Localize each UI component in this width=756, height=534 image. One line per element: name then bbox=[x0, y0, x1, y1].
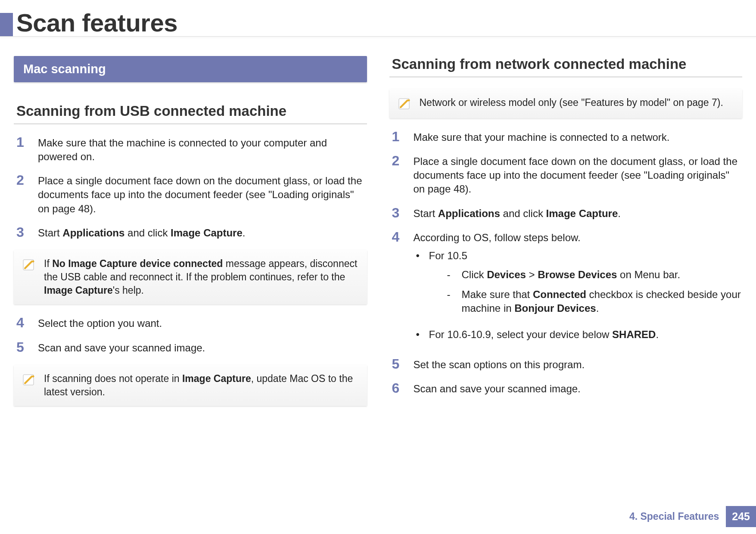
step-number: 4 bbox=[16, 316, 38, 329]
intro: According to OS, follow steps below. bbox=[414, 232, 581, 243]
step-text: Select the option you want. bbox=[38, 317, 162, 330]
section-band-mac-scanning: Mac scanning bbox=[14, 56, 367, 82]
t: Make sure that bbox=[462, 289, 533, 300]
dash-icon: - bbox=[445, 268, 462, 282]
step-5: 5 Scan and save your scanned image. bbox=[16, 341, 367, 355]
note-box-update-macos: If scanning does not operate in Image Ca… bbox=[14, 365, 367, 407]
bullet-icon: • bbox=[414, 249, 429, 263]
note-text: If No Image Capture device connected mes… bbox=[44, 257, 358, 297]
sub-item-10-5: • For 10.5 - Click Devices > Browse Devi… bbox=[414, 249, 743, 322]
network-steps: 1 Make sure that your machine is connect… bbox=[389, 130, 743, 396]
t: Start bbox=[38, 227, 62, 239]
step-number: 5 bbox=[392, 357, 414, 371]
note-text: Network or wireless model only (see "Fea… bbox=[420, 96, 723, 109]
bold: Applications bbox=[62, 227, 124, 239]
title-accent-block bbox=[0, 13, 13, 36]
t: on Menu bar. bbox=[617, 269, 680, 280]
step-number: 1 bbox=[392, 130, 414, 143]
t: Start bbox=[414, 208, 438, 219]
t: and click bbox=[500, 208, 546, 219]
bold: SHARED bbox=[612, 329, 656, 340]
t: Click bbox=[462, 269, 487, 280]
step-text: Set the scan options on this program. bbox=[414, 358, 585, 372]
step-text: Scan and save your scanned image. bbox=[414, 382, 581, 396]
bold: No Image Capture device connected bbox=[52, 258, 223, 269]
bullet-icon: • bbox=[414, 328, 429, 342]
bold: Bonjour Devices bbox=[514, 302, 596, 314]
step-text: Make sure that the machine is connected … bbox=[38, 136, 367, 164]
step-2: 2 Place a single document face down on t… bbox=[16, 174, 367, 215]
footer: 4. Special Features 245 bbox=[629, 506, 756, 527]
t: . bbox=[596, 302, 599, 314]
footer-page-number: 245 bbox=[726, 506, 756, 527]
step-number: 4 bbox=[392, 230, 414, 244]
note-box-usb-reconnect: If No Image Capture device connected mes… bbox=[14, 250, 367, 304]
t: For 10.6-10.9, select your device below bbox=[429, 329, 613, 340]
step-2: 2 Place a single document face down on t… bbox=[392, 155, 743, 196]
step-text: Start Applications and click Image Captu… bbox=[38, 226, 245, 240]
left-column: Mac scanning Scanning from USB connected… bbox=[14, 56, 367, 418]
step-text: Make sure that your machine is connected… bbox=[414, 130, 670, 144]
t: and click bbox=[124, 227, 171, 239]
step-text: Start Applications and click Image Captu… bbox=[414, 207, 621, 220]
step-number: 2 bbox=[392, 154, 414, 168]
step-1: 1 Make sure that the machine is connecte… bbox=[16, 136, 367, 164]
bold: Connected bbox=[533, 289, 586, 300]
note-icon bbox=[22, 373, 36, 387]
t: 's help. bbox=[113, 285, 144, 296]
dash-icon: - bbox=[445, 288, 462, 301]
step-number: 5 bbox=[16, 340, 38, 354]
title-underline bbox=[0, 36, 756, 37]
note-box-network-model-only: Network or wireless model only (see "Fea… bbox=[389, 89, 743, 118]
bold: Devices bbox=[487, 269, 526, 280]
page-title: Scan features bbox=[16, 10, 177, 35]
step-number: 2 bbox=[16, 173, 38, 187]
sub-sub-item-1: - Click Devices > Browse Devices on Menu… bbox=[429, 268, 743, 282]
step-6: 6 Scan and save your scanned image. bbox=[392, 382, 743, 396]
sub-item-10-6-10-9: • For 10.6-10.9, select your device belo… bbox=[414, 328, 743, 342]
step-text: Place a single document face down on the… bbox=[38, 174, 367, 215]
subheading-usb: Scanning from USB connected machine bbox=[14, 103, 367, 119]
sub-sub-list: - Click Devices > Browse Devices on Menu… bbox=[429, 268, 743, 315]
note-text: If scanning does not operate in Image Ca… bbox=[44, 372, 358, 399]
note-icon bbox=[22, 258, 36, 272]
t: > bbox=[526, 269, 538, 280]
sub-sub-item-2: - Make sure that Connected checkbox is c… bbox=[429, 288, 743, 315]
rule bbox=[14, 124, 367, 124]
t: . bbox=[243, 227, 246, 239]
step-4: 4 Select the option you want. bbox=[16, 317, 367, 330]
step-3: 3 Start Applications and click Image Cap… bbox=[392, 207, 743, 220]
t: If bbox=[44, 258, 52, 269]
right-column: Scanning from network connected machine … bbox=[389, 56, 743, 418]
t: . bbox=[656, 329, 659, 340]
bold: Browse Devices bbox=[538, 269, 617, 280]
footer-chapter-label: 4. Special Features bbox=[629, 511, 719, 522]
rule bbox=[389, 77, 743, 77]
step-4: 4 According to OS, follow steps below. •… bbox=[392, 231, 743, 348]
subheading-network: Scanning from network connected machine bbox=[389, 56, 743, 72]
t: . bbox=[618, 208, 621, 219]
step-text: Scan and save your scanned image. bbox=[38, 341, 205, 355]
step-text: Place a single document face down on the… bbox=[414, 155, 743, 196]
t: If scanning does not operate in bbox=[44, 373, 182, 384]
step-3: 3 Start Applications and click Image Cap… bbox=[16, 226, 367, 240]
usb-steps: 1 Make sure that the machine is connecte… bbox=[14, 136, 367, 240]
step-number: 1 bbox=[16, 135, 38, 149]
step-1: 1 Make sure that your machine is connect… bbox=[392, 130, 743, 144]
step-number: 6 bbox=[392, 381, 414, 395]
sublist: • For 10.5 - Click Devices > Browse Devi… bbox=[414, 249, 743, 342]
bold: Image Capture bbox=[44, 285, 113, 296]
bold: Image Capture bbox=[546, 208, 618, 219]
t: For 10.5 bbox=[429, 250, 467, 261]
step-5: 5 Set the scan options on this program. bbox=[392, 358, 743, 372]
title-bar: Scan features bbox=[0, 0, 756, 37]
bold: Image Capture bbox=[182, 373, 251, 384]
usb-steps-cont: 4 Select the option you want. 5 Scan and… bbox=[14, 317, 367, 354]
bold: Image Capture bbox=[171, 227, 243, 239]
note-icon bbox=[398, 97, 412, 111]
step-number: 3 bbox=[392, 206, 414, 220]
bold: Applications bbox=[438, 208, 500, 219]
step-text: According to OS, follow steps below. • F… bbox=[414, 231, 743, 348]
step-number: 3 bbox=[16, 225, 38, 239]
